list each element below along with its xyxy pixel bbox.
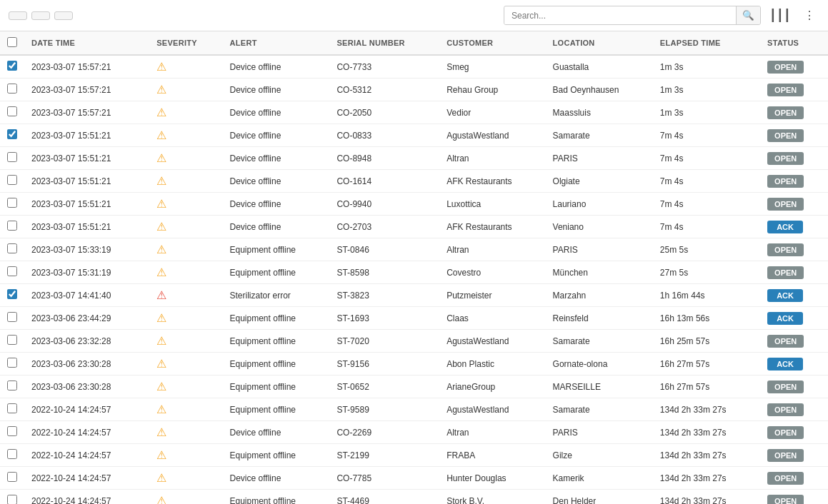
table-row: 2023-03-07 15:51:21⚠Device offlineCO-994… xyxy=(0,193,828,216)
row-serial: CO-7785 xyxy=(329,467,439,490)
search-button[interactable]: 🔍 xyxy=(736,6,760,24)
row-checkbox[interactable] xyxy=(7,403,17,413)
status-badge[interactable]: OPEN xyxy=(767,449,804,462)
row-alert: Device offline xyxy=(223,147,330,170)
row-checkbox[interactable] xyxy=(7,266,17,276)
row-alert: Equipment offline xyxy=(223,353,330,376)
table-body: 2023-03-07 15:57:21⚠Device offlineCO-773… xyxy=(0,55,828,504)
row-checkbox[interactable] xyxy=(7,312,17,322)
row-checkbox[interactable] xyxy=(7,358,17,368)
row-location: Gornate-olona xyxy=(546,353,653,376)
table-row: 2023-03-07 15:51:21⚠Device offlineCO-083… xyxy=(0,124,828,147)
row-checkbox[interactable] xyxy=(7,129,17,139)
row-customer: AgustaWestland xyxy=(439,398,545,421)
row-datetime: 2023-03-07 15:31:19 xyxy=(24,261,149,284)
table-row: 2023-03-07 14:41:40⚠Sterilizator errorST… xyxy=(0,284,828,307)
status-badge[interactable]: OPEN xyxy=(767,243,804,256)
row-customer: AFK Restaurants xyxy=(439,216,545,238)
row-checkbox[interactable] xyxy=(7,221,17,231)
status-badge[interactable]: OPEN xyxy=(767,495,804,505)
status-badge[interactable]: OPEN xyxy=(767,335,804,348)
row-customer: Smeg xyxy=(439,55,545,79)
row-serial: ST-9156 xyxy=(329,353,439,376)
status-badge[interactable]: OPEN xyxy=(767,175,804,188)
status-badge[interactable]: OPEN xyxy=(767,198,804,211)
row-customer: Altran xyxy=(439,421,545,444)
select-all-checkbox[interactable] xyxy=(7,37,17,47)
status-badge[interactable]: OPEN xyxy=(767,84,804,96)
table-row: 2023-03-07 15:57:21⚠Device offlineCO-531… xyxy=(0,79,828,101)
row-status-cell: OPEN xyxy=(760,490,828,505)
row-checkbox[interactable] xyxy=(7,152,17,162)
status-badge[interactable]: OPEN xyxy=(767,61,804,74)
row-checkbox-cell xyxy=(0,55,24,79)
row-severity: ⚠ xyxy=(149,376,222,398)
col-elapsed: ELAPSED TIME xyxy=(653,31,760,55)
row-checkbox[interactable] xyxy=(7,198,17,208)
row-checkbox[interactable] xyxy=(7,84,17,94)
row-checkbox-cell xyxy=(0,444,24,467)
table-row: 2023-03-06 23:44:29⚠Equipment offlineST-… xyxy=(0,307,828,330)
status-badge[interactable]: OPEN xyxy=(767,426,804,439)
row-status-cell: ACK xyxy=(760,353,828,376)
row-serial: CO-8948 xyxy=(329,147,439,170)
row-checkbox[interactable] xyxy=(7,61,17,71)
row-checkbox[interactable] xyxy=(7,243,17,253)
col-alert: ALERT xyxy=(223,31,330,55)
row-status-cell: OPEN xyxy=(760,261,828,284)
row-checkbox[interactable] xyxy=(7,495,17,504)
row-checkbox[interactable] xyxy=(7,106,17,116)
row-alert: Equipment offline xyxy=(223,330,330,353)
row-alert: Device offline xyxy=(223,467,330,490)
row-checkbox-cell xyxy=(0,216,24,238)
status-badge[interactable]: OPEN xyxy=(767,403,804,416)
col-location: LOCATION xyxy=(546,31,653,55)
row-alert: Device offline xyxy=(223,79,330,101)
status-badge[interactable]: OPEN xyxy=(767,152,804,165)
reject-button[interactable] xyxy=(31,11,50,20)
search-input[interactable] xyxy=(504,7,736,24)
table-row: 2023-03-07 15:33:19⚠Equipment offlineST-… xyxy=(0,238,828,261)
row-checkbox[interactable] xyxy=(7,380,17,390)
row-checkbox-cell xyxy=(0,147,24,170)
acknowledge-button[interactable] xyxy=(9,11,27,20)
status-badge[interactable]: OPEN xyxy=(767,472,804,485)
warning-icon: ⚠ xyxy=(156,335,166,347)
status-badge[interactable]: ACK xyxy=(767,221,803,233)
row-status-cell: OPEN xyxy=(760,398,828,421)
row-location: PARIS xyxy=(546,147,653,170)
row-elapsed: 1h 16m 44s xyxy=(653,284,760,307)
row-elapsed: 134d 2h 33m 27s xyxy=(653,467,760,490)
row-checkbox[interactable] xyxy=(7,175,17,185)
row-checkbox[interactable] xyxy=(7,335,17,345)
row-status-cell: OPEN xyxy=(760,444,828,467)
row-status-cell: ACK xyxy=(760,216,828,238)
status-badge[interactable]: ACK xyxy=(767,289,803,302)
row-checkbox[interactable] xyxy=(7,289,17,299)
status-badge[interactable]: OPEN xyxy=(767,106,804,119)
row-severity: ⚠ xyxy=(149,238,222,261)
row-severity: ⚠ xyxy=(149,284,222,307)
row-datetime: 2023-03-06 23:32:28 xyxy=(24,330,149,353)
table-row: 2023-03-06 23:30:28⚠Equipment offlineST-… xyxy=(0,376,828,398)
row-alert: Equipment offline xyxy=(223,490,330,505)
row-elapsed: 134d 2h 33m 27s xyxy=(653,398,760,421)
row-location: Guastalla xyxy=(546,55,653,79)
row-checkbox[interactable] xyxy=(7,426,17,436)
row-status-cell: OPEN xyxy=(760,79,828,101)
more-options-button[interactable]: ⋮ xyxy=(799,6,819,25)
row-customer: AgustaWestland xyxy=(439,330,545,353)
row-status-cell: OPEN xyxy=(760,55,828,79)
filter-icon-button[interactable]: ┃┃┃ xyxy=(765,6,795,25)
row-checkbox[interactable] xyxy=(7,449,17,459)
clear-button[interactable] xyxy=(54,11,73,20)
status-badge[interactable]: ACK xyxy=(767,312,803,325)
row-datetime: 2022-10-24 14:24:57 xyxy=(24,398,149,421)
status-badge[interactable]: OPEN xyxy=(767,266,804,279)
status-badge[interactable]: OPEN xyxy=(767,380,804,393)
status-badge[interactable]: OPEN xyxy=(767,129,804,142)
row-severity: ⚠ xyxy=(149,490,222,505)
row-checkbox[interactable] xyxy=(7,472,17,482)
row-location: PARIS xyxy=(546,421,653,444)
status-badge[interactable]: ACK xyxy=(767,358,803,371)
